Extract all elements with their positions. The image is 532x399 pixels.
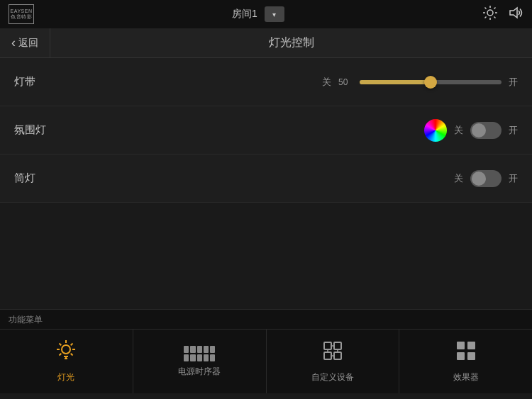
ambient-light-controls: 关 开 [57,119,518,142]
light-strip-label: 灯带 [14,75,57,89]
room-name: 房间1 [232,8,257,21]
svg-rect-22 [334,342,341,349]
header-center: 房间1 ▾ [232,6,284,22]
light-strip-on-label: 开 [509,76,518,89]
logo: EAYSEN 色音特影 [9,4,34,24]
back-button[interactable]: ‹ 返回 [0,28,50,57]
light-menu-label: 灯光 [57,371,74,383]
color-wheel-btn[interactable] [424,119,447,142]
menu-item-sequencer[interactable]: 电源时序器 [133,330,267,393]
menu-item-custom[interactable]: 自定义设备 [267,330,400,393]
ambient-light-label: 氛围灯 [14,123,57,137]
effects-menu-icon [455,339,477,367]
svg-rect-30 [467,342,475,349]
custom-menu-label: 自定义设备 [311,371,354,383]
toggle-knob [472,123,486,137]
svg-rect-32 [467,352,475,360]
back-label: 返回 [18,37,38,50]
svg-line-8 [484,16,486,18]
svg-rect-29 [457,342,465,349]
spot-on-label: 开 [509,172,518,185]
header: EAYSEN 色音特影 房间1 ▾ [0,0,532,28]
svg-rect-31 [457,352,465,360]
spot-light-controls: 关 开 [57,170,518,187]
menu-item-light[interactable]: 灯光 [0,330,133,393]
svg-line-5 [484,7,486,9]
effects-menu-label: 效果器 [453,371,479,383]
spot-toggle-knob [472,172,486,186]
back-icon: ‹ [11,35,16,50]
bottom-menu: 灯光 电源时序器 [0,329,532,393]
light-strip-row: 灯带 关 50 开 [0,58,532,106]
custom-menu-icon [321,339,344,367]
svg-point-10 [62,345,70,354]
svg-point-0 [487,10,493,16]
sub-header: ‹ 返回 灯光控制 [0,28,532,58]
spot-toggle[interactable] [470,170,501,187]
volume-icon[interactable] [508,5,523,24]
sequencer-menu-icon [184,346,215,361]
spot-light-label: 筒灯 [14,172,57,185]
light-menu-icon [55,339,77,367]
svg-line-15 [60,344,62,346]
svg-line-16 [71,354,73,356]
svg-line-18 [60,354,62,356]
svg-marker-9 [510,8,517,18]
ambient-toggle[interactable] [470,122,501,139]
light-setting-icon[interactable] [482,5,498,24]
light-strip-controls: 关 50 开 [57,76,518,89]
svg-line-6 [494,16,495,18]
empty-area [0,203,532,309]
svg-line-7 [494,7,495,9]
ambient-on-label: 开 [509,124,518,137]
spot-off-label: 关 [454,172,463,185]
bottom-menu-label: 功能菜单 [0,309,532,329]
page-title: 灯光控制 [50,35,532,50]
light-strip-off-label: 关 [322,76,331,89]
header-icons [482,5,523,24]
light-strip-slider[interactable] [360,80,501,84]
menu-item-effects[interactable]: 效果器 [399,330,532,393]
sequencer-menu-label: 电源时序器 [178,366,221,378]
svg-rect-24 [334,352,341,359]
slider-fill [360,80,431,84]
controls-area: 灯带 关 50 开 氛围灯 关 开 筒灯 关 [0,58,532,309]
ambient-light-row: 氛围灯 关 开 [0,106,532,154]
svg-line-17 [71,344,73,346]
light-strip-value: 50 [338,77,353,87]
svg-rect-23 [324,352,331,359]
svg-rect-21 [324,342,331,349]
slider-thumb[interactable] [424,76,437,89]
room-dropdown-btn[interactable]: ▾ [265,6,284,22]
chevron-down-icon: ▾ [272,11,276,18]
logo-area: EAYSEN 色音特影 [9,4,34,24]
ambient-off-label: 关 [454,124,463,137]
spot-light-row: 筒灯 关 开 [0,154,532,203]
